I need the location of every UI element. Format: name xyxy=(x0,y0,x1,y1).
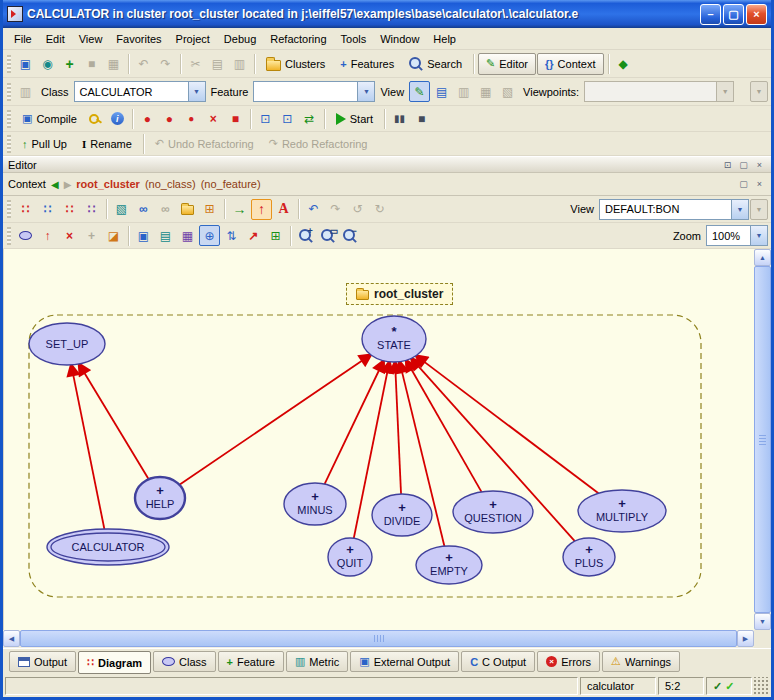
tab-diagram[interactable]: ∷ Diagram xyxy=(78,651,151,674)
vertical-scroll-track[interactable] xyxy=(754,266,771,613)
paste-small-icon[interactable]: ▥ xyxy=(15,81,36,102)
history-back-button[interactable]: ◀ xyxy=(51,179,59,190)
toggle-grid-icon[interactable]: ⊞ xyxy=(265,225,286,246)
diagram-canvas[interactable]: SET_UP*STATE+HELPCALCULATOR+MINUS+QUIT+D… xyxy=(3,249,754,630)
history-forward-button[interactable]: ▶ xyxy=(64,179,72,190)
zoom-combobox[interactable]: 100% ▼ xyxy=(706,225,768,246)
compile-button[interactable]: ▣ Compile xyxy=(15,108,84,130)
toolbar-grip[interactable] xyxy=(7,135,11,153)
scroll-left-button[interactable]: ◀ xyxy=(3,630,20,647)
tab-metric[interactable]: ▥ Metric xyxy=(286,651,348,672)
layout-tree-icon[interactable]: ▤ xyxy=(155,225,176,246)
class-node-quit[interactable]: +QUIT xyxy=(328,538,372,576)
info-icon[interactable]: i xyxy=(107,108,128,129)
tab-errors[interactable]: × Errors xyxy=(537,651,600,672)
eraser-icon[interactable]: ◪ xyxy=(103,225,124,246)
class-node-empty[interactable]: +EMPTY xyxy=(416,546,482,584)
view-text-icon[interactable]: ▧ xyxy=(497,81,518,102)
pane-maximize-icon[interactable]: ▢ xyxy=(737,178,750,191)
put-class-tool-icon[interactable]: ↑ xyxy=(251,199,272,220)
open-console-icon[interactable]: ◉ xyxy=(37,53,58,74)
tab-output[interactable]: Output xyxy=(9,651,76,672)
delete-tool-icon[interactable]: × xyxy=(59,225,80,246)
tab-class[interactable]: Class xyxy=(153,651,216,672)
fit-height-icon[interactable]: ⇅ xyxy=(221,225,242,246)
horizontal-scroll-thumb[interactable] xyxy=(20,630,737,647)
scroll-down-button[interactable]: ▼ xyxy=(754,613,771,630)
go-to-class-icon[interactable]: → xyxy=(229,199,250,220)
class-node-minus[interactable]: +MINUS xyxy=(284,483,346,525)
class-node-multiply[interactable]: +MULTIPLY xyxy=(578,490,666,532)
pane-close-icon[interactable]: × xyxy=(753,178,766,191)
class-node-help[interactable]: +HELP xyxy=(135,477,185,519)
chevron-down-icon[interactable]: ▼ xyxy=(750,226,767,245)
view-deps-icon[interactable]: ▦ xyxy=(475,81,496,102)
new-class-tool-icon[interactable] xyxy=(15,225,36,246)
menu-window[interactable]: Window xyxy=(373,30,426,48)
menu-refactoring[interactable]: Refactoring xyxy=(263,30,333,48)
tab-external-output[interactable]: ▣ External Output xyxy=(350,651,459,672)
paste-icon[interactable]: ▥ xyxy=(229,53,250,74)
discard-assertions-icon[interactable]: × xyxy=(203,108,224,129)
class-node-state[interactable]: *STATE xyxy=(362,316,426,362)
view-flat-icon[interactable]: ▤ xyxy=(431,81,452,102)
class-node-divide[interactable]: +DIVIDE xyxy=(372,494,432,536)
view-clickable-icon[interactable]: ▥ xyxy=(453,81,474,102)
diagram-undo-icon[interactable]: ↶ xyxy=(303,199,324,220)
copy-icon[interactable]: ▤ xyxy=(207,53,228,74)
inheritance-link-calculator-to-set_up[interactable] xyxy=(71,365,104,529)
chevron-down-icon[interactable]: ▼ xyxy=(357,82,374,101)
diagram-history-forward-icon[interactable]: ↻ xyxy=(369,199,390,220)
rename-button[interactable]: I Rename xyxy=(75,133,139,155)
pane-close-icon[interactable]: × xyxy=(753,158,766,171)
inheritance-link-help-to-state[interactable] xyxy=(179,355,370,485)
inheritance-link-question-to-state[interactable] xyxy=(406,360,481,492)
horizontal-scroll-track[interactable] xyxy=(20,630,737,648)
legend-icon[interactable]: ⊞ xyxy=(199,199,220,220)
search-button[interactable]: Search xyxy=(402,53,469,75)
horizontal-scrollbar[interactable]: ◀ ▶ xyxy=(3,630,754,648)
menu-tools[interactable]: Tools xyxy=(334,30,374,48)
raise-output-icon[interactable]: ⊡ xyxy=(255,108,276,129)
toolbar-overflow-button[interactable]: ▼ xyxy=(750,81,768,102)
inheritance-link-help-to-set_up[interactable] xyxy=(79,364,149,479)
force-layout-icon[interactable]: ↗ xyxy=(243,225,264,246)
raise-editor-icon[interactable]: ⊡ xyxy=(277,108,298,129)
pull-up-button[interactable]: ↑ Pull Up xyxy=(15,133,74,155)
toolbar-grip[interactable] xyxy=(7,83,11,101)
zoom-out-icon[interactable]: − xyxy=(339,225,360,246)
class-node-question[interactable]: +QUESTION xyxy=(453,491,533,533)
redo-icon[interactable]: ↷ xyxy=(155,53,176,74)
class-combobox[interactable]: CALCULATOR ▼ xyxy=(74,81,206,102)
pane-float-icon[interactable]: ⊡ xyxy=(721,158,734,171)
scroll-right-button[interactable]: ▶ xyxy=(737,630,754,647)
start-button[interactable]: Start xyxy=(329,108,380,130)
melt-icon[interactable]: ● xyxy=(137,108,158,129)
chevron-down-icon[interactable]: ▼ xyxy=(716,82,733,101)
titlebar[interactable]: CALCULATOR in cluster root_cluster locat… xyxy=(3,0,771,28)
menu-debug[interactable]: Debug xyxy=(217,30,263,48)
inheritance-links-icon[interactable]: ∷ xyxy=(59,199,80,220)
zoom-fit-icon[interactable]: ▭ xyxy=(317,225,338,246)
zoom-in-icon[interactable]: + xyxy=(295,225,316,246)
toolbar-grip[interactable] xyxy=(7,200,11,218)
minimize-button[interactable]: – xyxy=(700,4,721,25)
diagram-view-combobox[interactable]: DEFAULT:BON ▼ xyxy=(599,199,749,220)
context-toggle-button[interactable]: {} Context xyxy=(537,53,603,75)
resize-grip[interactable] xyxy=(754,677,769,695)
quick-melt-icon[interactable]: ● xyxy=(159,108,180,129)
key-icon[interactable] xyxy=(85,108,106,129)
undo-refactoring-button[interactable]: ↶ Undo Refactoring xyxy=(148,133,261,155)
all-links-icon[interactable]: ∷ xyxy=(81,199,102,220)
toolbar-grip[interactable] xyxy=(7,55,11,73)
vertical-scroll-thumb[interactable] xyxy=(754,266,771,613)
cluster-label[interactable]: root_cluster xyxy=(346,283,453,305)
melt-x-icon[interactable]: ● xyxy=(181,108,202,129)
scroll-up-button[interactable]: ▲ xyxy=(754,249,771,266)
save-icon[interactable]: ▦ xyxy=(103,53,124,74)
layout-grid-icon[interactable]: ▦ xyxy=(177,225,198,246)
menu-favorites[interactable]: Favorites xyxy=(109,30,168,48)
center-diagram-icon[interactable]: ⊕ xyxy=(199,225,220,246)
editor-toggle-button[interactable]: ✎ Editor xyxy=(478,53,536,75)
add-project-icon[interactable]: + xyxy=(59,53,80,74)
